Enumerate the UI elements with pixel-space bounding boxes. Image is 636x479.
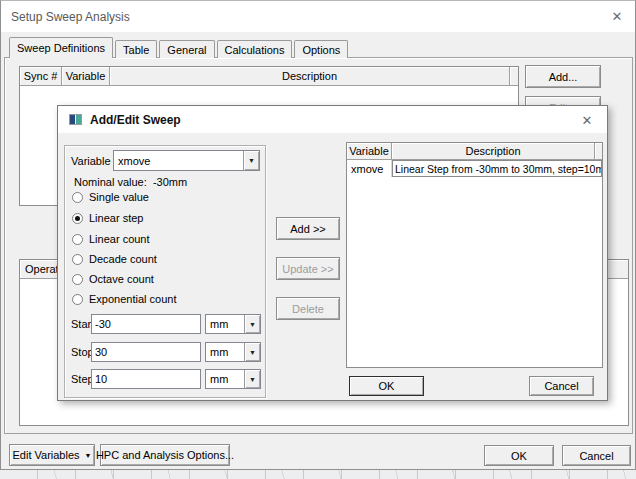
tab-options[interactable]: Options [294,40,348,58]
radio-icon [72,192,83,203]
tab-calculations[interactable]: Calculations [217,40,293,58]
column-header-description[interactable]: Description [392,143,595,160]
column-header-description[interactable]: Description [110,67,510,86]
cancel-button[interactable]: Cancel [529,376,594,396]
stop-unit-dropdown[interactable]: mm ▼ [205,342,261,362]
tab-bar: Sweep Definitions Table General Calculat… [9,37,350,58]
tab-sweep-definitions[interactable]: Sweep Definitions [9,37,113,58]
radio-linear-count[interactable]: Linear count [72,232,150,246]
column-header-sync[interactable]: Sync # [20,67,62,86]
radio-label: Exponential count [89,293,176,305]
close-icon[interactable]: ✕ [605,5,629,27]
radio-icon [72,274,83,285]
table-row[interactable]: xmove Linear Step from -30mm to 30mm, st… [347,160,602,177]
chevron-down-icon[interactable]: ▼ [244,343,260,361]
sweep-list-table[interactable]: Variable Description xmove Linear Step f… [346,142,603,368]
start-unit-value: mm [206,318,244,330]
hpc-analysis-options-button[interactable]: HPC and Analysis Options... [100,444,230,466]
step-input[interactable] [91,369,201,389]
stop-input[interactable] [91,342,201,362]
start-input[interactable] [91,314,201,334]
chevron-down-icon[interactable]: ▼ [244,370,260,388]
tab-label: Table [123,44,149,56]
radio-icon [72,234,83,245]
dialog-icon [69,114,82,125]
tab-table[interactable]: Table [115,40,157,58]
tab-label: Calculations [225,44,285,56]
radio-icon [72,294,83,305]
step-unit-value: mm [206,373,244,385]
delete-sweep-button[interactable]: Delete [276,297,340,320]
column-header-filler [595,143,602,160]
row-description-cell: Linear Step from -30mm to 30mm, step=10m… [392,160,602,177]
tab-label: Sweep Definitions [17,42,105,54]
main-titlebar: Setup Sweep Analysis [1,1,635,32]
tab-label: Options [302,44,340,56]
add-button[interactable]: Add... [525,65,601,88]
edit-variables-button[interactable]: Edit Variables ▼ [9,444,95,466]
variable-value: xmove [114,155,243,167]
column-header-filler [510,67,518,86]
add-edit-sweep-dialog: Add/Edit Sweep ✕ Variable xmove ▼ Nomina… [57,105,608,401]
edit-variables-label: Edit Variables [13,449,80,461]
radio-octave-count[interactable]: Octave count [72,272,154,286]
start-unit-dropdown[interactable]: mm ▼ [205,314,261,334]
column-header-variable[interactable]: Variable [347,143,392,160]
radio-linear-step[interactable]: Linear step [72,211,143,225]
step-unit-dropdown[interactable]: mm ▼ [205,369,261,389]
chevron-down-icon[interactable]: ▼ [243,151,259,170]
nominal-value-text: -30mm [153,176,187,188]
variable-label: Variable [71,155,111,167]
nominal-value-label: Nominal value: -30mm [74,176,187,188]
sweep-list-header: Variable Description [347,143,602,160]
tab-general[interactable]: General [159,40,214,58]
close-icon[interactable]: ✕ [575,109,599,131]
window-title: Setup Sweep Analysis [11,10,130,24]
update-sweep-button[interactable]: Update >> [276,257,340,280]
dropdown-arrow-icon: ▼ [85,452,92,459]
nominal-label-text: Nominal value: [74,176,147,188]
radio-label: Linear step [89,212,143,224]
ok-button[interactable]: OK [349,376,424,396]
row-variable-cell: xmove [347,160,392,177]
radio-label: Decade count [89,253,157,265]
chevron-down-icon[interactable]: ▼ [244,315,260,333]
add-sweep-button[interactable]: Add >> [276,217,340,240]
stop-unit-value: mm [206,346,244,358]
sub-dialog-title: Add/Edit Sweep [90,113,181,127]
sub-dialog-titlebar: Add/Edit Sweep [58,106,607,133]
variable-dropdown[interactable]: xmove ▼ [113,150,260,171]
radio-icon [72,254,83,265]
radio-exponential-count[interactable]: Exponential count [72,292,176,306]
cancel-button[interactable]: Cancel [562,445,631,466]
radio-label: Octave count [89,273,154,285]
sweep-table-header: Sync # Variable Description [20,67,518,86]
radio-label: Single value [89,191,149,203]
column-header-variable[interactable]: Variable [62,67,110,86]
radio-selected-icon [72,213,83,224]
tab-label: General [167,44,206,56]
radio-single-value[interactable]: Single value [72,190,149,204]
radio-label: Linear count [89,233,150,245]
ok-button[interactable]: OK [484,445,554,466]
radio-decade-count[interactable]: Decade count [72,252,157,266]
